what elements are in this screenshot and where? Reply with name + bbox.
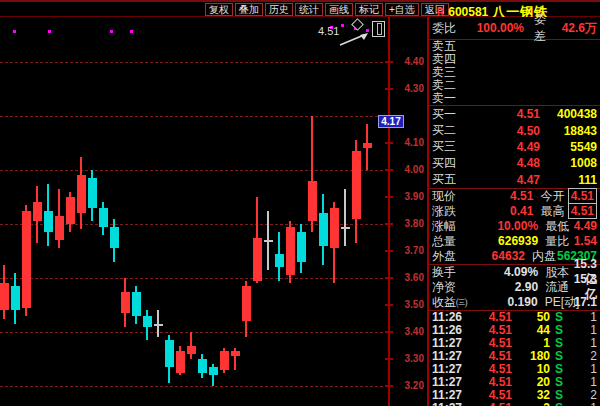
bid-price: 4.48 bbox=[466, 156, 540, 170]
candle-body bbox=[143, 316, 152, 327]
tick-trade-list[interactable]: 11:26 4.51 50 S 1 11:26 4.51 44 S 1 11:2… bbox=[429, 311, 600, 406]
candle-body bbox=[308, 181, 317, 221]
top-bar: 复权 叠加 历史 统计 画线 标记 +自选 返回 R 600581 八一钢铁 bbox=[0, 0, 600, 17]
candle-body bbox=[55, 216, 64, 240]
tick-count: 1 bbox=[568, 323, 597, 337]
note-marker-icon[interactable] bbox=[372, 21, 385, 37]
price-annotation-label: 4.51 bbox=[318, 25, 339, 37]
candle-body bbox=[121, 292, 130, 313]
y-axis-label: 3.20 bbox=[392, 380, 424, 391]
add-watchlist-button[interactable]: +自选 bbox=[385, 3, 419, 16]
weibi-value: 100.00% bbox=[462, 21, 524, 35]
gridline bbox=[0, 278, 388, 279]
annotation-arrow-icon bbox=[338, 27, 372, 49]
history-button[interactable]: 历史 bbox=[265, 3, 293, 16]
stat-value: 10.00% bbox=[471, 219, 538, 233]
candlestick-chart[interactable]: 4.404.304.104.003.903.803.703.603.503.40… bbox=[0, 17, 427, 406]
quote-row: 涨幅 10.00% 最低 4.49 bbox=[429, 219, 600, 234]
tick-count: 2 bbox=[568, 388, 597, 402]
tick-count: 1 bbox=[568, 375, 597, 389]
draw-line-button[interactable]: 画线 bbox=[325, 3, 353, 16]
bid-label: 买一 bbox=[432, 106, 466, 123]
tick-volume: 1 bbox=[512, 336, 550, 350]
tick-price: 4.51 bbox=[468, 336, 512, 350]
bid-row[interactable]: 买二 4.50 18843 bbox=[429, 122, 600, 138]
drawing-handle bbox=[110, 30, 113, 33]
ask-book: 卖五 卖四 卖三 卖二 卖一 bbox=[429, 40, 600, 106]
tick-price: 4.51 bbox=[468, 323, 512, 337]
tick-price: 4.51 bbox=[468, 388, 512, 402]
candle-body bbox=[231, 351, 240, 356]
restore-rights-button[interactable]: 复权 bbox=[205, 3, 233, 16]
bid-row[interactable]: 买一 4.51 400438 bbox=[429, 106, 600, 122]
candle-body bbox=[363, 143, 372, 148]
bid-price: 4.47 bbox=[466, 173, 540, 187]
tick-time: 11:27 bbox=[432, 375, 468, 389]
bid-label: 买三 bbox=[432, 138, 466, 155]
tick-volume: 10 bbox=[512, 362, 550, 376]
tick-side: S bbox=[550, 375, 568, 389]
candle-body bbox=[198, 359, 207, 373]
fundamentals-block: 换手 4.09% 股本 15.3亿 净资 2.90 流通 15.3亿 收益㈢ 0… bbox=[429, 265, 600, 311]
tick-time: 11:27 bbox=[432, 401, 468, 406]
candle-body bbox=[66, 197, 75, 224]
bid-volume: 400438 bbox=[540, 107, 597, 121]
tick-row: 11:26 4.51 50 S 1 bbox=[429, 311, 600, 324]
y-axis-label: 3.30 bbox=[392, 353, 424, 364]
tick-price: 4.51 bbox=[468, 349, 512, 363]
bid-row[interactable]: 买四 4.48 1008 bbox=[429, 155, 600, 171]
statistics-button[interactable]: 统计 bbox=[295, 3, 323, 16]
weibi-row: 委比 100.00% 委差 42.6万 bbox=[429, 17, 600, 40]
y-axis-label: 3.70 bbox=[392, 245, 424, 256]
candle-body bbox=[242, 286, 251, 321]
tick-time: 11:27 bbox=[432, 336, 468, 350]
drawing-handle bbox=[48, 30, 51, 33]
mark-button[interactable]: 标记 bbox=[355, 3, 383, 16]
bid-row[interactable]: 买五 4.47 111 bbox=[429, 172, 600, 188]
tick-volume: 180 bbox=[512, 349, 550, 363]
stat-value: 4.49 bbox=[574, 219, 597, 233]
gridline bbox=[0, 62, 388, 63]
stat-value: 1.54 bbox=[574, 234, 597, 248]
stat-value: 64632 bbox=[466, 249, 525, 263]
quote-row: 收益㈢ 0.190 PE[动] 17.1 bbox=[429, 295, 600, 310]
stat-value: 17.1 bbox=[574, 295, 597, 309]
tick-row: 11:27 4.51 20 S 1 bbox=[429, 375, 600, 388]
gridline bbox=[0, 332, 388, 333]
tick-side: S bbox=[550, 310, 568, 324]
stat-value: 4.51 bbox=[568, 188, 597, 204]
bid-label: 买四 bbox=[432, 155, 466, 172]
drawing-handle bbox=[130, 30, 133, 33]
tick-row: 11:27 4.51 2 S 1 bbox=[429, 401, 600, 406]
candle-body bbox=[253, 238, 262, 281]
tick-volume: 50 bbox=[512, 310, 550, 324]
bid-volume: 18843 bbox=[540, 124, 597, 138]
quote-panel: 委比 100.00% 委差 42.6万 卖五 卖四 卖三 卖二 bbox=[427, 17, 600, 406]
tick-side: S bbox=[550, 401, 568, 406]
tick-time: 11:26 bbox=[432, 323, 468, 337]
y-axis-label: 4.00 bbox=[392, 164, 424, 175]
weibi-label: 委比 bbox=[432, 20, 462, 37]
tick-side: S bbox=[550, 336, 568, 350]
stat-value: 4.51 bbox=[470, 189, 534, 203]
candle-body bbox=[209, 367, 218, 375]
ask-row[interactable]: 卖一 bbox=[429, 92, 600, 105]
y-axis-label: 3.50 bbox=[392, 299, 424, 310]
candle-body bbox=[319, 213, 328, 246]
tick-volume: 32 bbox=[512, 388, 550, 402]
y-axis-label: 4.30 bbox=[392, 83, 424, 94]
bid-label: 买二 bbox=[432, 122, 466, 139]
quote-row: 净资 2.90 流通 15.3亿 bbox=[429, 280, 600, 295]
bid-price: 4.51 bbox=[466, 107, 540, 121]
candle-body bbox=[0, 283, 9, 310]
y-axis-label: 3.80 bbox=[392, 218, 424, 229]
bid-volume: 111 bbox=[540, 173, 597, 187]
tick-volume: 20 bbox=[512, 375, 550, 389]
y-axis-label: 4.40 bbox=[392, 56, 424, 67]
candle-body bbox=[352, 151, 361, 219]
gridline bbox=[0, 116, 388, 117]
overlay-button[interactable]: 叠加 bbox=[235, 3, 263, 16]
bid-row[interactable]: 买三 4.49 5549 bbox=[429, 139, 600, 155]
gridline bbox=[0, 170, 388, 171]
tick-volume: 44 bbox=[512, 323, 550, 337]
